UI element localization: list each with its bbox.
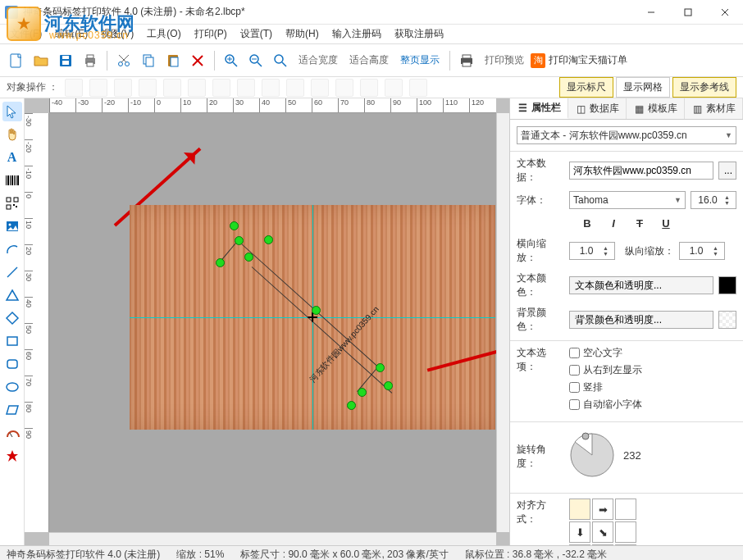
vertical-ruler[interactable]: -30-20-100102030405060708090	[25, 113, 49, 532]
canvas-viewport[interactable]: 河东软件园www.pc0359.cn	[49, 113, 496, 532]
minimize-button[interactable]	[632, 0, 669, 25]
tab-properties[interactable]: ☰属性栏	[510, 98, 568, 119]
tool-text[interactable]: A	[2, 148, 22, 167]
italic-button[interactable]: I	[606, 216, 621, 230]
menu-edit[interactable]: 编辑(E)	[48, 25, 94, 43]
tool-line[interactable]	[2, 262, 22, 282]
text-data-more-button[interactable]: ...	[718, 162, 736, 180]
tool-barcode[interactable]	[2, 171, 22, 190]
toggle-show-grid[interactable]: 显示网格	[616, 77, 670, 98]
tool-triangle[interactable]	[2, 285, 22, 305]
scrollbar-vertical[interactable]	[496, 113, 509, 532]
bold-button[interactable]: B	[580, 216, 595, 230]
tool-arc[interactable]	[2, 239, 22, 259]
bg-color-button[interactable]: 背景颜色和透明度...	[569, 311, 713, 329]
save-button[interactable]	[54, 49, 77, 72]
obj-btn-5[interactable]	[163, 79, 181, 97]
fit-height-button[interactable]: 适合高度	[344, 50, 394, 71]
print-preview-button[interactable]: 打印预览	[480, 50, 529, 71]
paste-button[interactable]	[162, 49, 185, 72]
obj-btn-9[interactable]	[262, 79, 280, 97]
resize-handle-l[interactable]	[244, 253, 253, 262]
cut-button[interactable]	[112, 49, 135, 72]
copy-button[interactable]	[137, 49, 160, 72]
menu-print[interactable]: 打印(P)	[188, 25, 234, 43]
zoom-actual-button[interactable]	[269, 49, 292, 72]
zoom-in-button[interactable]	[220, 49, 243, 72]
opt-rtl[interactable]: 从右到左显示	[569, 363, 736, 377]
obj-btn-12[interactable]	[335, 79, 353, 97]
text-data-input[interactable]	[569, 162, 713, 180]
align-br[interactable]	[615, 544, 636, 545]
open-button[interactable]	[30, 49, 52, 72]
font-family-select[interactable]: Tahoma▼	[569, 191, 686, 209]
obj-btn-13[interactable]	[360, 79, 378, 97]
align-mc[interactable]: ⬊	[592, 521, 613, 543]
horizontal-ruler[interactable]: -40-30-20-100102030405060708090100110120	[49, 98, 496, 113]
new-button[interactable]	[5, 49, 28, 72]
menu-help[interactable]: 帮助(H)	[279, 25, 326, 43]
menu-settings[interactable]: 设置(T)	[234, 25, 279, 43]
tool-star[interactable]	[2, 446, 22, 466]
obj-btn-8[interactable]	[237, 79, 255, 97]
tool-qrcode[interactable]	[2, 193, 22, 213]
align-bl[interactable]	[569, 544, 590, 545]
resize-handle-tr[interactable]	[376, 363, 385, 372]
obj-btn-4[interactable]	[139, 79, 157, 97]
tool-roundrect[interactable]	[2, 354, 22, 374]
tool-image[interactable]	[2, 216, 22, 236]
tab-materials[interactable]: ▥素材库	[685, 98, 743, 119]
obj-btn-15[interactable]	[409, 79, 427, 97]
bg-color-swatch[interactable]	[718, 311, 736, 329]
toggle-show-ruler[interactable]: 显示标尺	[559, 77, 613, 98]
font-size-input[interactable]: 16.0▲▼	[691, 191, 736, 209]
fit-width-button[interactable]: 适合宽度	[294, 50, 343, 71]
resize-handle-br[interactable]	[358, 388, 367, 397]
rotation-dial[interactable]	[569, 432, 615, 478]
opt-autoshrink[interactable]: 自动缩小字体	[569, 398, 736, 412]
zoom-out-button[interactable]	[244, 49, 267, 72]
obj-btn-6[interactable]	[188, 79, 206, 97]
opt-outline[interactable]: 空心文字	[569, 346, 736, 360]
vscale-input[interactable]: 1.0▲▼	[679, 242, 725, 260]
print-taobao-button[interactable]: 淘 打印淘宝天猫订单	[531, 53, 627, 68]
full-page-button[interactable]: 整页显示	[395, 50, 444, 71]
maximize-button[interactable]	[669, 0, 706, 25]
tool-rect[interactable]	[2, 331, 22, 351]
align-tl[interactable]	[569, 499, 590, 520]
obj-btn-2[interactable]	[89, 79, 107, 97]
resize-handle-r[interactable]	[384, 381, 393, 390]
tool-parallelogram[interactable]	[2, 400, 22, 420]
tool-hand[interactable]	[2, 125, 22, 144]
tab-templates[interactable]: ▦模板库	[627, 98, 685, 119]
menu-enter-regcode[interactable]: 输入注册码	[326, 25, 388, 43]
underline-button[interactable]: U	[659, 216, 673, 230]
obj-btn-11[interactable]	[311, 79, 329, 97]
tab-database[interactable]: ◫数据库	[568, 98, 627, 119]
menu-get-regcode[interactable]: 获取注册码	[388, 25, 450, 43]
scrollbar-horizontal[interactable]	[49, 532, 496, 545]
resize-handle-tl[interactable]	[235, 236, 244, 245]
obj-btn-1[interactable]	[65, 79, 83, 97]
resize-handle-t[interactable]	[264, 235, 273, 244]
close-button[interactable]	[706, 0, 743, 25]
resize-handle-c[interactable]	[312, 306, 321, 315]
toggle-show-guides[interactable]: 显示参考线	[672, 77, 736, 98]
print-button[interactable]	[79, 49, 102, 72]
menu-view[interactable]: 视图(V)	[94, 25, 140, 43]
opt-vertical[interactable]: 竖排	[569, 380, 736, 394]
delete-button[interactable]	[186, 49, 209, 72]
align-mr[interactable]	[615, 521, 636, 543]
text-color-button[interactable]: 文本颜色和透明度...	[569, 276, 713, 294]
obj-btn-7[interactable]	[212, 79, 230, 97]
align-ml[interactable]: ⬇	[569, 521, 590, 543]
align-bc[interactable]	[592, 544, 613, 545]
align-tr[interactable]	[615, 499, 636, 520]
text-color-swatch[interactable]	[718, 276, 736, 294]
object-title-select[interactable]: 普通文本 - 河东软件园www.pc0359.cn▼	[517, 126, 736, 144]
hscale-input[interactable]: 1.0▲▼	[569, 242, 615, 260]
tool-diamond[interactable]	[2, 308, 22, 328]
tool-ellipse[interactable]	[2, 377, 22, 397]
rotation-handle[interactable]	[230, 221, 239, 230]
align-tc[interactable]: ➡	[592, 499, 613, 520]
